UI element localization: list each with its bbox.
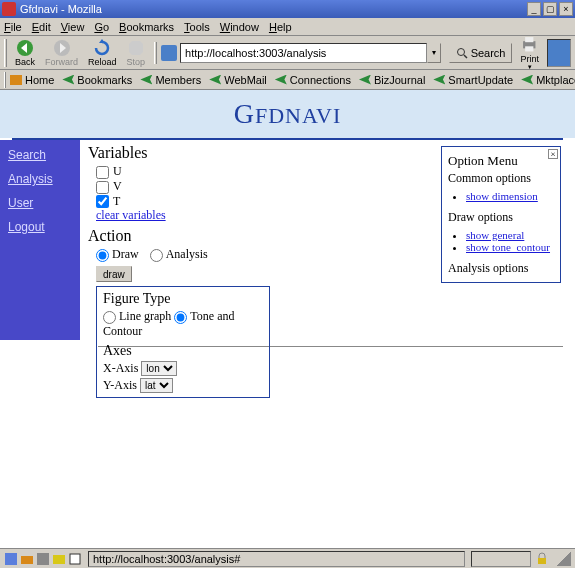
checkbox-t[interactable]	[96, 195, 109, 208]
search-button[interactable]: Search	[449, 43, 513, 63]
print-button[interactable]: Print ▼	[516, 34, 543, 71]
reload-button[interactable]: Reload	[83, 38, 122, 68]
bookmark-icon	[359, 75, 371, 85]
bookmark-bookmarks[interactable]: Bookmarks	[62, 74, 132, 86]
bookmark-icon	[209, 75, 221, 85]
bookmark-bar: Home Bookmarks Members WebMail Connectio…	[0, 70, 575, 90]
bookmarkbar-handle[interactable]	[4, 72, 6, 88]
svg-line-4	[464, 55, 467, 58]
option-menu-box: × Option Menu Common options show dimens…	[441, 146, 561, 283]
menu-go[interactable]: Go	[94, 21, 109, 33]
axes-heading: Axes	[103, 343, 263, 359]
svg-marker-2	[129, 41, 143, 55]
radio-linegraph[interactable]	[103, 311, 116, 324]
bookmark-webmail[interactable]: WebMail	[209, 74, 267, 86]
radio-tonecontour[interactable]	[174, 311, 187, 324]
svg-rect-6	[526, 37, 534, 42]
sidebar-analysis[interactable]: Analysis	[8, 172, 72, 186]
close-button[interactable]: ×	[559, 2, 573, 16]
svg-rect-9	[21, 556, 33, 564]
forward-button[interactable]: Forward	[40, 38, 83, 68]
svg-rect-7	[526, 47, 534, 52]
svg-rect-12	[70, 554, 80, 564]
option-menu-close[interactable]: ×	[548, 149, 558, 159]
show-dimension-link[interactable]: show dimension	[466, 190, 538, 202]
bookmark-icon	[433, 75, 445, 85]
status-cell-1	[471, 551, 531, 567]
bookmark-smartupdate[interactable]: SmartUpdate	[433, 74, 513, 86]
bookmark-icon	[140, 75, 152, 85]
reload-icon	[93, 39, 111, 57]
minimize-button[interactable]: _	[527, 2, 541, 16]
bookmark-members[interactable]: Members	[140, 74, 201, 86]
menu-edit[interactable]: Edit	[32, 21, 51, 33]
toolbar: Back Forward Reload Stop ▾ Search Print …	[0, 36, 575, 70]
menu-bookmarks[interactable]: Bookmarks	[119, 21, 174, 33]
action-draw[interactable]: Draw	[96, 247, 139, 261]
menu-tools[interactable]: Tools	[184, 21, 210, 33]
action-analysis[interactable]: Analysis	[150, 247, 208, 261]
svg-rect-13	[538, 558, 546, 564]
radio-draw[interactable]	[96, 249, 109, 262]
sidebar-logout[interactable]: Logout	[8, 220, 72, 234]
page-content: GFDNAVI Search Analysis User Logout Vari…	[0, 90, 575, 549]
checkbox-u[interactable]	[96, 166, 109, 179]
app-icon	[2, 2, 16, 16]
stop-button[interactable]: Stop	[122, 38, 151, 68]
url-input[interactable]	[180, 43, 427, 63]
yaxis-select[interactable]: lat	[140, 378, 173, 393]
status-icon-4[interactable]	[52, 552, 66, 566]
forward-icon	[53, 39, 71, 57]
sidebar-user[interactable]: User	[8, 196, 72, 210]
menu-view[interactable]: View	[61, 21, 85, 33]
bookmark-bizjournal[interactable]: BizJournal	[359, 74, 425, 86]
svg-point-3	[457, 48, 464, 55]
bookmark-mktplace[interactable]: Mktplace	[521, 74, 575, 86]
resize-grip[interactable]	[557, 552, 571, 566]
maximize-button[interactable]: ▢	[543, 2, 557, 16]
menu-help[interactable]: Help	[269, 21, 292, 33]
show-tone-contour-link[interactable]: show tone_contour	[466, 241, 550, 253]
back-button[interactable]: Back	[10, 38, 40, 68]
site-icon	[161, 45, 177, 61]
radio-analysis[interactable]	[150, 249, 163, 262]
toolbar-handle[interactable]	[4, 39, 7, 67]
bookmark-icon	[275, 75, 287, 85]
checkbox-v[interactable]	[96, 181, 109, 194]
stop-icon	[127, 39, 145, 57]
sidebar-search[interactable]: Search	[8, 148, 72, 162]
xaxis-label: X-Axis	[103, 361, 138, 375]
show-general-link[interactable]: show general	[466, 229, 524, 241]
svg-rect-10	[37, 553, 49, 565]
menu-window[interactable]: Window	[220, 21, 259, 33]
print-icon	[520, 35, 539, 54]
svg-rect-11	[53, 555, 65, 564]
status-icon-2[interactable]	[20, 552, 34, 566]
url-dropdown[interactable]: ▾	[427, 43, 441, 63]
urlbar-handle[interactable]	[154, 42, 157, 64]
draw-button[interactable]: draw	[96, 266, 132, 282]
lock-icon	[535, 552, 549, 566]
svg-rect-8	[5, 553, 17, 565]
xaxis-select[interactable]: lon	[141, 361, 177, 376]
page-title: GFDNAVI	[0, 90, 575, 138]
analysis-options-label: Analysis options	[448, 261, 554, 276]
mozilla-logo[interactable]	[547, 39, 571, 67]
status-icon-3[interactable]	[36, 552, 50, 566]
status-icon-1[interactable]	[4, 552, 18, 566]
draw-options-label: Draw options	[448, 210, 554, 225]
yaxis-label: Y-Axis	[103, 378, 137, 392]
figtype-line[interactable]: Line graph	[103, 309, 171, 323]
bookmark-icon	[62, 75, 74, 85]
bookmark-home[interactable]: Home	[10, 74, 54, 86]
clear-variables-link[interactable]: clear variables	[96, 208, 166, 222]
url-bar: ▾	[154, 42, 441, 64]
status-icon-5[interactable]	[68, 552, 82, 566]
menu-file[interactable]: File	[4, 21, 22, 33]
common-options-label: Common options	[448, 171, 554, 186]
bookmark-connections[interactable]: Connections	[275, 74, 351, 86]
sidebar: Search Analysis User Logout	[0, 140, 80, 340]
status-bar: http://localhost:3003/analysis#	[0, 548, 575, 568]
option-menu-heading: Option Menu	[448, 153, 554, 169]
home-icon	[10, 75, 22, 85]
